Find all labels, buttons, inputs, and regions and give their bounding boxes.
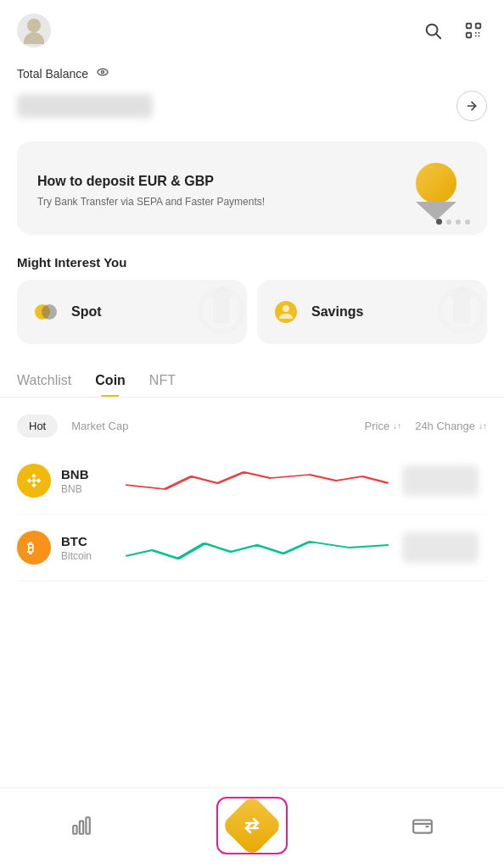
svg-marker-18 — [31, 474, 36, 479]
svg-point-16 — [283, 305, 289, 312]
price-sort-button[interactable]: Price ↓↑ — [365, 420, 402, 432]
bnb-chart — [126, 459, 389, 502]
dot-3 — [465, 220, 470, 225]
search-icon[interactable] — [419, 17, 446, 44]
balance-section: Total Balance — [0, 58, 504, 135]
market-cap-filter-button[interactable]: Market Cap — [71, 420, 128, 432]
bottom-nav — [0, 787, 504, 868]
svg-rect-24 — [73, 826, 76, 834]
balance-detail-button[interactable] — [456, 91, 487, 121]
filter-row: Hot Market Cap Price ↓↑ 24h Change ↓↑ — [0, 408, 504, 448]
svg-point-10 — [102, 71, 104, 74]
svg-rect-25 — [80, 821, 83, 834]
savings-icon — [271, 297, 301, 327]
banner-dots — [436, 219, 470, 225]
banner-text: How to deposit EUR & GBP Try Bank Transf… — [37, 174, 265, 209]
bnb-symbol: BNB — [61, 467, 112, 481]
btc-price — [402, 532, 487, 563]
interest-cards: Spot Savings — [0, 280, 504, 364]
eye-icon[interactable] — [95, 64, 110, 82]
svg-point-9 — [98, 69, 108, 75]
btc-logo: ₿ — [17, 531, 51, 565]
deposit-banner[interactable]: How to deposit EUR & GBP Try Bank Transf… — [17, 142, 487, 235]
bnb-logo — [17, 464, 51, 498]
banner-subtitle: Try Bank Transfer via SEPA and Faster Pa… — [37, 194, 265, 209]
spot-bg-icon — [188, 280, 247, 344]
trade-icon — [221, 794, 283, 857]
svg-rect-4 — [467, 33, 472, 38]
bnb-price — [402, 465, 487, 496]
svg-rect-26 — [86, 817, 89, 834]
avatar[interactable] — [17, 14, 51, 47]
spot-card[interactable]: Spot — [17, 280, 247, 344]
tab-nft[interactable]: NFT — [149, 364, 176, 397]
svg-rect-3 — [476, 24, 481, 29]
dot-1 — [446, 220, 451, 225]
tabs-row: Watchlist Coin NFT — [17, 364, 487, 397]
dot-active — [436, 219, 442, 225]
svg-marker-19 — [27, 478, 32, 483]
price-sort-arrows: ↓↑ — [393, 421, 401, 431]
bnb-name: BNB — [61, 483, 112, 495]
nav-portfolio[interactable] — [53, 811, 109, 840]
svg-rect-29 — [413, 821, 432, 833]
spot-label: Spot — [71, 304, 102, 320]
hot-filter-button[interactable]: Hot — [17, 415, 58, 437]
bnb-info: BNB BNB — [61, 467, 112, 495]
svg-rect-2 — [467, 24, 472, 29]
coin-list: BNB BNB ₿ BTC Bitcoin — [0, 448, 504, 581]
savings-card[interactable]: Savings — [257, 280, 487, 344]
banner-title: How to deposit EUR & GBP — [37, 174, 265, 189]
savings-label: Savings — [311, 304, 363, 320]
table-row[interactable]: ₿ BTC Bitcoin — [17, 515, 487, 581]
svg-line-1 — [436, 34, 440, 38]
tab-watchlist[interactable]: Watchlist — [17, 364, 71, 397]
balance-title: Total Balance — [17, 67, 88, 81]
scan-icon[interactable] — [460, 17, 487, 44]
banner-image — [402, 162, 470, 221]
btc-info: BTC Bitcoin — [61, 534, 112, 562]
svg-point-13 — [42, 304, 57, 320]
btc-symbol: BTC — [61, 534, 112, 548]
spot-icon — [31, 297, 61, 327]
section-might-interest: Might Interest You — [0, 252, 504, 280]
header — [0, 0, 504, 58]
header-icons — [419, 17, 487, 44]
svg-marker-21 — [36, 478, 42, 483]
svg-text:₿: ₿ — [27, 541, 34, 555]
savings-bg-icon — [428, 280, 487, 344]
btc-name: Bitcoin — [61, 550, 112, 562]
btc-chart — [126, 526, 389, 569]
change-sort-arrows: ↓↑ — [479, 421, 487, 431]
change-sort-button[interactable]: 24h Change ↓↑ — [415, 420, 487, 432]
nav-wallet[interactable] — [395, 811, 451, 840]
table-row[interactable]: BNB BNB — [17, 448, 487, 515]
tab-coin[interactable]: Coin — [95, 364, 126, 397]
svg-marker-20 — [31, 478, 36, 483]
svg-marker-22 — [31, 483, 36, 488]
tabs-section: Watchlist Coin NFT — [0, 364, 504, 398]
balance-value — [17, 94, 153, 118]
balance-row — [17, 91, 487, 121]
nav-trade[interactable] — [216, 797, 288, 854]
balance-label-row: Total Balance — [17, 64, 487, 82]
dot-2 — [456, 220, 461, 225]
